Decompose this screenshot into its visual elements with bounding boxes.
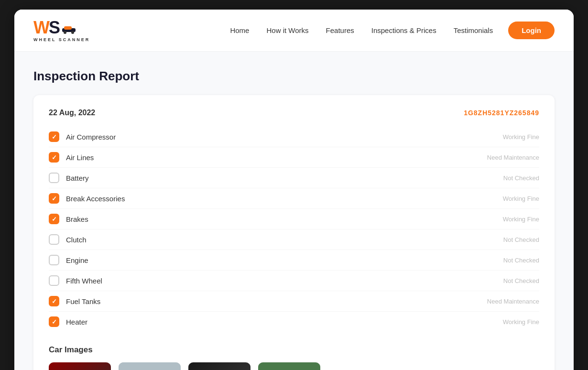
logo-subtitle: WHEEL SCANNER bbox=[33, 37, 90, 42]
car-image-car-1[interactable] bbox=[49, 362, 111, 370]
checkbox-battery[interactable] bbox=[49, 173, 59, 183]
svg-rect-17 bbox=[119, 362, 181, 370]
car-images-title: Car Images bbox=[49, 345, 539, 355]
item-name-air-compressor: Air Compressor bbox=[66, 133, 116, 141]
inspection-item: Fuel TanksNeed Maintenance bbox=[49, 291, 539, 312]
car-images-grid bbox=[49, 362, 539, 370]
item-status-fifth-wheel: Not Checked bbox=[503, 277, 539, 284]
item-name-break-accessories: Break Accessories bbox=[66, 195, 125, 203]
report-date: 22 Aug, 2022 bbox=[49, 109, 95, 117]
checkbox-break-accessories[interactable] bbox=[49, 193, 59, 204]
item-status-brakes: Working Fine bbox=[503, 216, 539, 223]
svg-rect-42 bbox=[258, 362, 320, 370]
car-image-car-2[interactable] bbox=[119, 362, 181, 370]
navbar: WS WHEEL SCANNER Home How it Works Featu… bbox=[14, 10, 574, 52]
page-title: Inspection Report bbox=[33, 69, 555, 84]
item-status-break-accessories: Working Fine bbox=[503, 195, 539, 202]
item-left-brakes: Brakes bbox=[49, 214, 88, 224]
svg-point-3 bbox=[71, 31, 74, 34]
inspection-item: Fifth WheelNot Checked bbox=[49, 271, 539, 291]
nav-inspections-prices[interactable]: Inspections & Prices bbox=[371, 26, 436, 34]
report-card: 22 Aug, 2022 1G8ZH5281YZ265849 Air Compr… bbox=[33, 95, 555, 370]
checkbox-brakes[interactable] bbox=[49, 214, 59, 224]
logo: WS WHEEL SCANNER bbox=[33, 19, 90, 42]
inspection-item: BrakesWorking Fine bbox=[49, 209, 539, 229]
inspection-list: Air CompressorWorking FineAir LinesNeed … bbox=[49, 127, 539, 332]
checkbox-fifth-wheel[interactable] bbox=[49, 275, 59, 286]
item-status-clutch: Not Checked bbox=[503, 236, 539, 243]
item-name-heater: Heater bbox=[66, 318, 87, 326]
checkbox-clutch[interactable] bbox=[49, 234, 59, 245]
report-header: 22 Aug, 2022 1G8ZH5281YZ265849 bbox=[49, 109, 539, 117]
inspection-item: Air CompressorWorking Fine bbox=[49, 127, 539, 147]
checkbox-heater[interactable] bbox=[49, 316, 59, 327]
item-left-air-lines: Air Lines bbox=[49, 152, 94, 163]
checkbox-engine[interactable] bbox=[49, 255, 59, 265]
item-name-air-lines: Air Lines bbox=[66, 153, 94, 162]
main-content: Inspection Report 22 Aug, 2022 1G8ZH5281… bbox=[14, 52, 574, 370]
checkbox-air-lines[interactable] bbox=[49, 152, 59, 163]
item-left-clutch: Clutch bbox=[49, 234, 87, 245]
car-images-section: Car Images bbox=[49, 345, 539, 370]
item-name-fuel-tanks: Fuel Tanks bbox=[66, 297, 100, 305]
app-window: WS WHEEL SCANNER Home How it Works Featu… bbox=[14, 10, 574, 370]
inspection-item: HeaterWorking Fine bbox=[49, 312, 539, 332]
item-status-battery: Not Checked bbox=[503, 174, 539, 182]
item-status-air-compressor: Working Fine bbox=[503, 133, 539, 141]
item-left-battery: Battery bbox=[49, 173, 89, 183]
inspection-item: Break AccessoriesWorking Fine bbox=[49, 188, 539, 209]
inspection-item: EngineNot Checked bbox=[49, 250, 539, 271]
nav-links: Home How it Works Features Inspections &… bbox=[230, 26, 493, 34]
nav-home[interactable]: Home bbox=[230, 26, 249, 34]
item-status-engine: Not Checked bbox=[503, 257, 539, 264]
svg-rect-29 bbox=[188, 362, 250, 370]
report-vin: 1G8ZH5281YZ265849 bbox=[464, 109, 539, 117]
item-name-brakes: Brakes bbox=[66, 215, 88, 223]
item-status-air-lines: Need Maintenance bbox=[487, 154, 539, 161]
checkbox-fuel-tanks[interactable] bbox=[49, 296, 59, 306]
item-left-fifth-wheel: Fifth Wheel bbox=[49, 275, 102, 286]
car-image-car-3[interactable] bbox=[188, 362, 250, 370]
car-image-car-4[interactable] bbox=[258, 362, 320, 370]
nav-testimonials[interactable]: Testimonials bbox=[454, 26, 493, 34]
item-name-battery: Battery bbox=[66, 174, 89, 182]
svg-rect-4 bbox=[49, 362, 111, 370]
item-name-clutch: Clutch bbox=[66, 236, 87, 244]
item-status-fuel-tanks: Need Maintenance bbox=[487, 298, 539, 305]
inspection-item: Air LinesNeed Maintenance bbox=[49, 147, 539, 168]
item-left-engine: Engine bbox=[49, 255, 88, 265]
logo-text: WS bbox=[33, 19, 59, 36]
login-button[interactable]: Login bbox=[508, 22, 555, 39]
inspection-item: ClutchNot Checked bbox=[49, 229, 539, 250]
inspection-item: BatteryNot Checked bbox=[49, 168, 539, 188]
item-name-engine: Engine bbox=[66, 256, 88, 264]
svg-rect-1 bbox=[64, 26, 72, 30]
car-logo-icon bbox=[61, 23, 76, 34]
nav-features[interactable]: Features bbox=[326, 26, 354, 34]
item-left-break-accessories: Break Accessories bbox=[49, 193, 125, 204]
item-left-heater: Heater bbox=[49, 316, 87, 327]
svg-point-2 bbox=[64, 31, 66, 34]
nav-how-it-works[interactable]: How it Works bbox=[266, 26, 308, 34]
item-left-air-compressor: Air Compressor bbox=[49, 131, 116, 142]
checkbox-air-compressor[interactable] bbox=[49, 131, 59, 142]
item-left-fuel-tanks: Fuel Tanks bbox=[49, 296, 100, 306]
item-status-heater: Working Fine bbox=[503, 318, 539, 326]
item-name-fifth-wheel: Fifth Wheel bbox=[66, 277, 102, 285]
